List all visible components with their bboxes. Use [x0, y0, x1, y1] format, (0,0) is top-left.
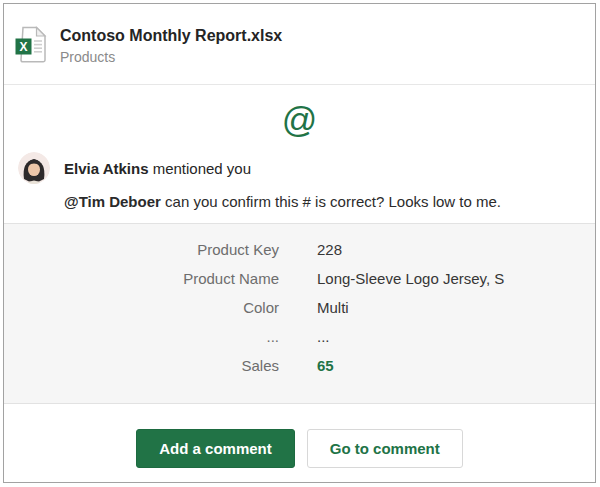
row-label: ... — [4, 322, 279, 351]
table-row: Product Name Long-Sleeve Logo Jersey, S — [4, 264, 595, 293]
mention-target: @Tim Deboer — [64, 193, 161, 210]
mention-action: mentioned you — [148, 160, 251, 177]
sales-value: 65 — [317, 351, 334, 380]
mention-row: Elvia Atkins mentioned you — [18, 152, 579, 184]
mention-title: Elvia Atkins mentioned you — [64, 160, 251, 177]
file-meta: Contoso Monthly Report.xlsx Products — [60, 26, 282, 65]
go-to-comment-button[interactable]: Go to comment — [307, 429, 463, 468]
row-label: Color — [4, 293, 279, 322]
mention-author: Elvia Atkins — [64, 160, 148, 177]
svg-text:X: X — [19, 40, 27, 54]
row-value: Multi — [317, 293, 349, 322]
action-bar: Add a comment Go to comment — [4, 404, 595, 468]
at-icon: @ — [4, 102, 595, 137]
table-row: Product Key 228 — [4, 235, 595, 264]
table-row: Sales 65 — [4, 351, 595, 380]
comment-message: @Tim Deboer can you confirm this # is co… — [64, 193, 579, 210]
row-value: ... — [317, 322, 330, 351]
table-row: ... ... — [4, 322, 595, 351]
excel-file-icon: X — [15, 26, 47, 63]
sheet-name: Products — [60, 49, 282, 65]
file-header: X Contoso Monthly Report.xlsx Products — [4, 4, 595, 85]
row-label: Sales — [4, 351, 279, 380]
comment-text: can you confirm this # is correct? Looks… — [161, 193, 501, 210]
row-label: Product Key — [4, 235, 279, 264]
record-panel: Product Key 228 Product Name Long-Sleeve… — [4, 223, 595, 404]
row-label: Product Name — [4, 264, 279, 293]
notification-card: X Contoso Monthly Report.xlsx Products @… — [3, 3, 596, 483]
add-comment-button[interactable]: Add a comment — [136, 429, 295, 468]
table-row: Color Multi — [4, 293, 595, 322]
row-value: Long-Sleeve Logo Jersey, S — [317, 264, 504, 293]
row-value: 228 — [317, 235, 342, 264]
file-title: Contoso Monthly Report.xlsx — [60, 26, 282, 45]
elvia-atkins-avatar — [18, 152, 50, 184]
